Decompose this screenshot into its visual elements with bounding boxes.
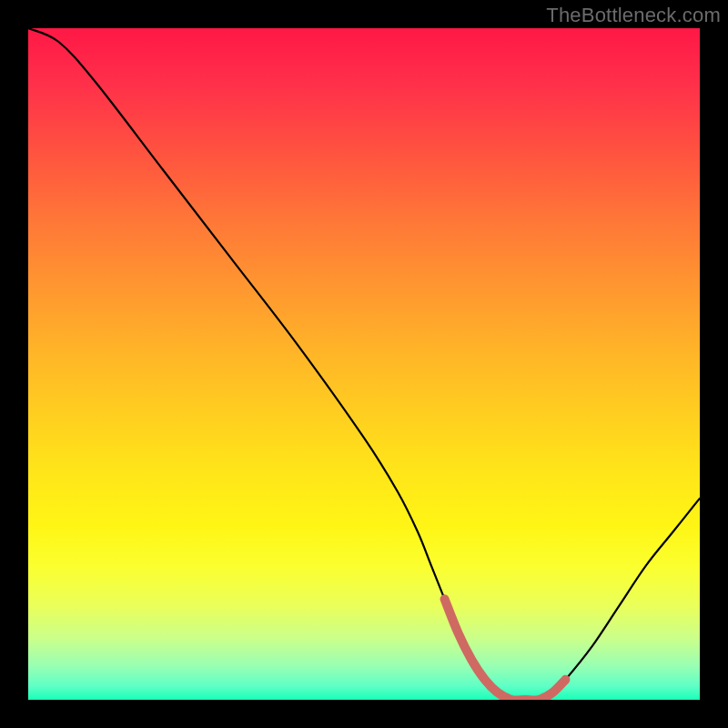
bottleneck-curve — [28, 28, 700, 700]
plot-area — [28, 28, 700, 700]
flat-highlight — [445, 599, 566, 700]
curve-layer — [28, 28, 700, 700]
chart-frame: TheBottleneck.com — [0, 0, 728, 728]
watermark-text: TheBottleneck.com — [546, 4, 721, 27]
